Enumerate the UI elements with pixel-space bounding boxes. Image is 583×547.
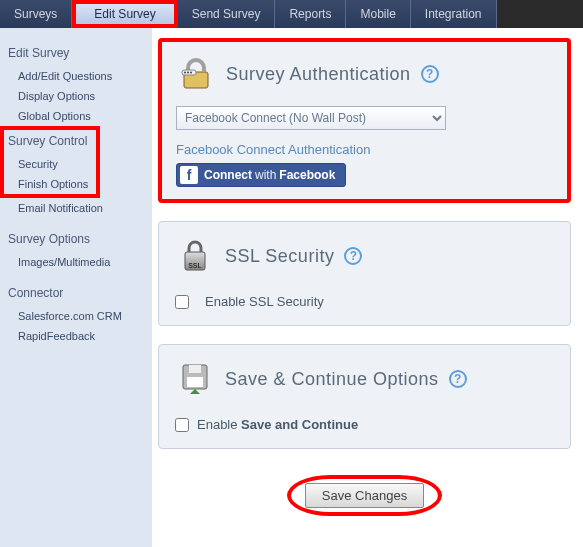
sidebar-item-salesforce-crm[interactable]: Salesforce.com CRM — [6, 306, 146, 326]
fb-connect-word: Connect — [204, 168, 252, 182]
fb-with-word: with — [255, 168, 276, 182]
save-continue-checkbox-row[interactable]: Enable Save and Continue — [175, 411, 554, 434]
enable-save-continue-checkbox[interactable] — [175, 418, 189, 432]
panel-survey-authentication: Survey Authentication ? Facebook Connect… — [158, 38, 571, 203]
save-highlight-oval: Save Changes — [287, 475, 442, 516]
sidebar-item-global-options[interactable]: Global Options — [6, 106, 146, 126]
help-icon[interactable]: ? — [449, 370, 467, 388]
sidebar-item-rapidfeedback[interactable]: RapidFeedback — [6, 326, 146, 346]
sidebar-item-email-notification[interactable]: Email Notification — [6, 198, 146, 218]
panel-save-continue: Save & Continue Options ? Enable Save an… — [158, 344, 571, 449]
fb-brand-word: Facebook — [279, 168, 335, 182]
auth-type-dropdown[interactable]: Facebook Connect (No Wall Post) — [176, 106, 446, 130]
main-content: Survey Authentication ? Facebook Connect… — [152, 28, 583, 547]
sidebar-item-display-options[interactable]: Display Options — [6, 86, 146, 106]
tab-surveys[interactable]: Surveys — [0, 0, 72, 28]
lock-icon — [176, 54, 216, 94]
facebook-f-icon: f — [180, 166, 198, 184]
enable-save-continue-label: Enable Save and Continue — [197, 417, 358, 432]
tab-send-survey[interactable]: Send Survey — [178, 0, 276, 28]
svg-point-4 — [190, 72, 192, 74]
sidebar-item-security[interactable]: Security — [6, 154, 94, 174]
help-icon[interactable]: ? — [344, 247, 362, 265]
sidebar-group-survey-options: Survey Options — [6, 232, 146, 246]
sidebar-item-images-multimedia[interactable]: Images/Multimedia — [6, 252, 146, 272]
tab-mobile[interactable]: Mobile — [346, 0, 410, 28]
top-navigation: Surveys Edit Survey Send Survey Reports … — [0, 0, 583, 28]
sidebar: Edit Survey Add/Edit Questions Display O… — [0, 28, 152, 547]
svg-point-2 — [184, 72, 186, 74]
sidebar-item-add-edit-questions[interactable]: Add/Edit Questions — [6, 66, 146, 86]
panel-title-auth: Survey Authentication — [226, 64, 411, 85]
sidebar-group-survey-control: Survey Control — [6, 134, 94, 148]
ssl-lock-icon: SSL — [175, 236, 215, 276]
enable-ssl-checkbox[interactable] — [175, 295, 189, 309]
save-changes-button[interactable]: Save Changes — [305, 483, 424, 508]
tab-reports[interactable]: Reports — [275, 0, 346, 28]
tab-integration[interactable]: Integration — [411, 0, 497, 28]
svg-text:SSL: SSL — [188, 262, 202, 269]
facebook-connect-button[interactable]: f Connect with Facebook — [176, 163, 346, 187]
svg-rect-8 — [189, 365, 201, 373]
sidebar-item-finish-options[interactable]: Finish Options — [6, 174, 94, 194]
panel-title-save-continue: Save & Continue Options — [225, 369, 439, 390]
help-icon[interactable]: ? — [421, 65, 439, 83]
enable-ssl-label: Enable SSL Security — [205, 294, 324, 309]
svg-point-3 — [187, 72, 189, 74]
floppy-disk-icon — [175, 359, 215, 399]
auth-subhead: Facebook Connect Authentication — [176, 142, 553, 157]
save-row: Save Changes — [158, 467, 571, 536]
tab-edit-survey[interactable]: Edit Survey — [72, 0, 177, 28]
panel-title-ssl: SSL Security — [225, 246, 334, 267]
ssl-checkbox-row[interactable]: Enable SSL Security — [175, 288, 554, 311]
sidebar-group-connector: Connector — [6, 286, 146, 300]
panel-ssl-security: SSL SSL Security ? Enable SSL Security — [158, 221, 571, 326]
svg-rect-9 — [187, 377, 203, 387]
sidebar-group-edit-survey: Edit Survey — [6, 46, 146, 60]
